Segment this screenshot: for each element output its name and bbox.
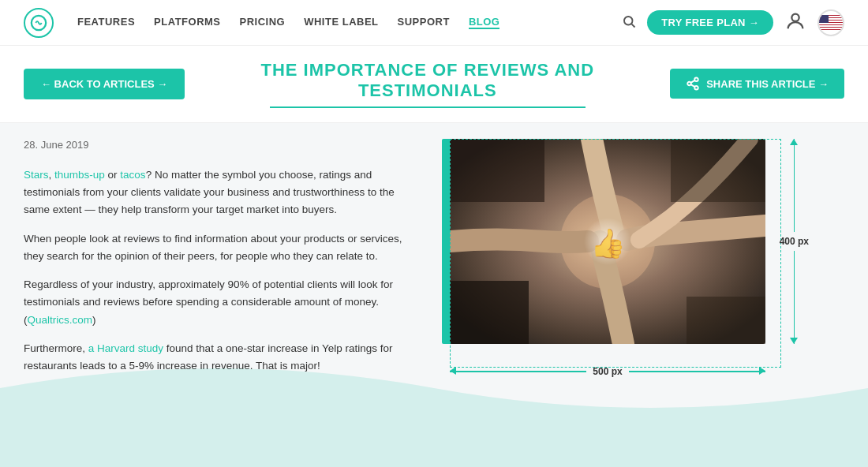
stars-link[interactable]: Stars bbox=[24, 169, 49, 181]
article-title: THE IMPORTANCE OF REVIEWS AND TESTIMONIA… bbox=[200, 60, 654, 102]
try-free-button[interactable]: TRY FREE PLAN → bbox=[647, 10, 773, 35]
main-content: 28. June 2019 Stars, thumbs-up or tacos?… bbox=[0, 123, 868, 387]
nav-right: TRY FREE PLAN → bbox=[622, 9, 844, 36]
svg-text:👍: 👍 bbox=[590, 226, 626, 260]
height-measurement: 400 px bbox=[780, 139, 809, 344]
qualtrics-link[interactable]: Qualtrics.com bbox=[28, 314, 93, 326]
nav-features[interactable]: FEATURES bbox=[77, 16, 135, 29]
article-paragraph-1: Stars, thumbs-up or tacos? No matter the… bbox=[24, 166, 418, 219]
svg-rect-15 bbox=[687, 297, 765, 344]
share-article-button[interactable]: SHARE THIS ARTICLE → bbox=[670, 69, 844, 99]
article-paragraph-3: Regardless of your industry, approximate… bbox=[24, 276, 418, 329]
svg-point-4 bbox=[687, 82, 691, 86]
article-paragraph-4: Furthermore, a Harvard study found that … bbox=[24, 340, 418, 375]
back-to-articles-button[interactable]: ← BACK TO ARTICLES → bbox=[24, 69, 185, 99]
article-paragraph-2: When people look at reviews to find info… bbox=[24, 230, 418, 266]
svg-line-7 bbox=[691, 80, 695, 83]
height-label: 400 px bbox=[780, 236, 809, 247]
nav-links: FEATURES PLATFORMS PRICING WHITE LABEL S… bbox=[77, 16, 622, 29]
language-flag[interactable] bbox=[817, 9, 844, 36]
width-label: 500 px bbox=[593, 366, 622, 377]
nav-white-label[interactable]: WHITE LABEL bbox=[304, 16, 378, 29]
title-underline bbox=[270, 106, 586, 108]
article-image: 👍 bbox=[450, 139, 765, 344]
harvard-study-link[interactable]: a Harvard study bbox=[88, 342, 163, 354]
svg-point-5 bbox=[694, 86, 698, 90]
logo[interactable] bbox=[24, 8, 54, 38]
thumbsup-link[interactable]: thumbs-up bbox=[54, 169, 105, 181]
nav-pricing[interactable]: PRICING bbox=[240, 16, 286, 29]
svg-point-0 bbox=[624, 17, 633, 25]
search-button[interactable] bbox=[622, 14, 636, 32]
article-date: 28. June 2019 bbox=[24, 139, 418, 151]
article-section: 28. June 2019 Stars, thumbs-up or tacos?… bbox=[24, 139, 418, 387]
svg-point-3 bbox=[694, 78, 698, 82]
nav-blog[interactable]: BLOG bbox=[469, 16, 500, 29]
svg-line-6 bbox=[691, 85, 695, 88]
article-title-container: THE IMPORTANCE OF REVIEWS AND TESTIMONIA… bbox=[200, 60, 654, 108]
user-account-button[interactable] bbox=[784, 10, 806, 35]
svg-line-1 bbox=[632, 24, 635, 27]
navbar: FEATURES PLATFORMS PRICING WHITE LABEL S… bbox=[0, 0, 868, 46]
svg-point-2 bbox=[791, 14, 799, 21]
image-frame: 👍 500 px bbox=[450, 139, 844, 347]
svg-rect-12 bbox=[450, 139, 544, 202]
svg-rect-14 bbox=[450, 281, 529, 344]
image-section: 👍 500 px bbox=[450, 139, 844, 387]
svg-rect-13 bbox=[671, 139, 765, 202]
width-measurement: 500 px bbox=[450, 366, 765, 377]
tacos-link[interactable]: tacos bbox=[120, 169, 145, 181]
nav-support[interactable]: SUPPORT bbox=[398, 16, 450, 29]
nav-platforms[interactable]: PLATFORMS bbox=[154, 16, 220, 29]
hero-bar: ← BACK TO ARTICLES → THE IMPORTANCE OF R… bbox=[0, 46, 868, 123]
